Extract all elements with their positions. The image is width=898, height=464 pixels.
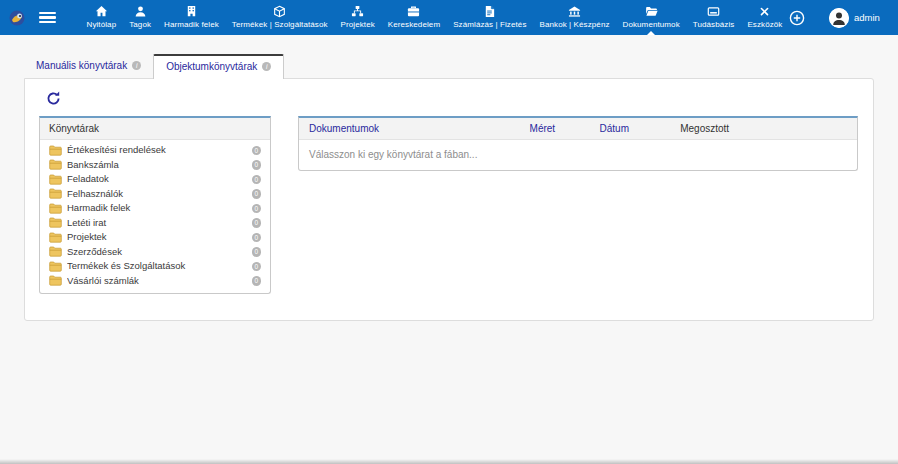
column-header-documents[interactable]: Dokumentumok <box>309 123 530 134</box>
folder-item[interactable]: Felhasználók0 <box>40 187 270 202</box>
nav-item-bank[interactable]: Bankok | Készpénz <box>533 0 616 35</box>
folder-name-label: Termékek és Szolgáltatások <box>67 260 247 273</box>
tab-bar: Manuális könyvtárak i Objektumkönyvtárak… <box>24 54 898 78</box>
folder-count-badge: 0 <box>252 189 262 199</box>
folder-icon <box>49 275 62 286</box>
info-icon: i <box>132 61 141 70</box>
nav-item-home[interactable]: Nyitólap <box>80 0 123 35</box>
folder-name-label: Harmadik felek <box>67 202 247 215</box>
nav-item-folder-open[interactable]: Dokumentumok <box>616 0 686 35</box>
app-logo-icon[interactable] <box>8 9 26 27</box>
column-header-shared: Megosztott <box>680 123 847 134</box>
user-menu[interactable]: admin <box>829 8 880 28</box>
main-menu: NyitólapTagokHarmadik felekTermékek | Sz… <box>80 0 789 35</box>
folder-name-label: Bankszámla <box>67 159 247 172</box>
folder-count-badge: 0 <box>252 247 262 257</box>
nav-item-nodes[interactable]: Projektek <box>334 0 381 35</box>
user-avatar-icon <box>829 8 849 28</box>
folder-name-label: Vásárlói számlák <box>67 275 247 288</box>
nav-item-label: Tudásbázis <box>693 20 735 29</box>
nav-item-label: Dokumentumok <box>623 20 680 29</box>
user-name-label: admin <box>854 12 880 23</box>
refresh-icon[interactable] <box>45 90 62 107</box>
folder-icon <box>49 261 62 272</box>
window-bottom-edge <box>0 459 898 464</box>
active-menu-caret <box>647 31 655 35</box>
folder-icon <box>49 246 62 257</box>
folder-item[interactable]: Vásárlói számlák0 <box>40 274 270 289</box>
folder-count-badge: 0 <box>252 276 262 286</box>
menu-toggle-icon[interactable] <box>39 12 56 24</box>
nav-item-label: Nyitólap <box>87 20 117 29</box>
nav-item-card[interactable]: Tudásbázis <box>686 0 741 35</box>
folder-count-badge: 0 <box>252 262 262 272</box>
nav-item-label: Eszközök <box>747 20 782 29</box>
quick-add-icon[interactable] <box>789 10 805 26</box>
nav-item-label: Harmadik felek <box>164 20 219 29</box>
folder-name-label: Szerződések <box>67 246 247 259</box>
folder-icon <box>49 159 62 170</box>
documents-empty-message: Válasszon ki egy könyvtárat a fában... <box>299 140 857 170</box>
user-icon <box>134 5 147 18</box>
folder-count-badge: 0 <box>252 160 262 170</box>
folder-icon <box>49 217 62 228</box>
folder-icon <box>49 232 62 243</box>
nav-item-label: Projektek <box>341 20 375 29</box>
panels-row: Könyvtárak Értékesítési rendelések0Banks… <box>39 116 858 294</box>
briefcase-icon <box>407 5 420 18</box>
folder-count-badge: 0 <box>252 146 262 156</box>
tab-content-panel: Könyvtárak Értékesítési rendelések0Banks… <box>24 78 874 321</box>
card-icon <box>707 5 720 18</box>
nav-item-briefcase[interactable]: Kereskedelem <box>381 0 446 35</box>
nav-item-label: Termékek | Szolgáltatások <box>232 20 328 29</box>
folder-count-badge: 0 <box>252 175 262 185</box>
folder-count-badge: 0 <box>252 233 262 243</box>
folder-item[interactable]: Szerződések0 <box>40 245 270 260</box>
folder-item[interactable]: Feladatok0 <box>40 172 270 187</box>
nav-item-user[interactable]: Tagok <box>123 0 158 35</box>
nodes-icon <box>351 5 364 18</box>
folder-name-label: Felhasználók <box>67 188 247 201</box>
column-header-size[interactable]: Méret <box>530 123 600 134</box>
building-icon <box>185 5 198 18</box>
nav-item-label: Tagok <box>129 20 151 29</box>
folder-name-label: Feladatok <box>67 173 247 186</box>
tab-label: Objektumkönyvtárak <box>166 61 257 72</box>
folder-icon <box>49 145 62 156</box>
directories-panel-title: Könyvtárak <box>40 118 270 140</box>
directories-panel: Könyvtárak Értékesítési rendelések0Banks… <box>39 116 271 294</box>
folder-item[interactable]: Termékek és Szolgáltatások0 <box>40 259 270 274</box>
folder-name-label: Letéti irat <box>67 217 247 230</box>
nav-item-label: Bankok | Készpénz <box>540 20 610 29</box>
column-header-date[interactable]: Dátum <box>600 123 681 134</box>
tools-icon <box>758 5 771 18</box>
cube-icon <box>273 5 286 18</box>
folder-item[interactable]: Bankszámla0 <box>40 158 270 173</box>
nav-item-invoice[interactable]: Számlázás | Fizetés <box>447 0 533 35</box>
folder-item[interactable]: Értékesítési rendelések0 <box>40 143 270 158</box>
tab-label: Manuális könyvtárak <box>36 60 127 71</box>
nav-item-label: Kereskedelem <box>388 20 440 29</box>
folder-item[interactable]: Projektek0 <box>40 230 270 245</box>
nav-item-label: Számlázás | Fizetés <box>453 20 526 29</box>
info-icon: i <box>262 62 271 71</box>
tab-manual-directories[interactable]: Manuális könyvtárak i <box>24 55 153 78</box>
documents-panel: Dokumentumok Méret Dátum Megosztott Vála… <box>298 116 858 171</box>
folder-count-badge: 0 <box>252 204 262 214</box>
folder-icon <box>49 188 62 199</box>
folder-item[interactable]: Harmadik felek0 <box>40 201 270 216</box>
nav-item-cube[interactable]: Termékek | Szolgáltatások <box>225 0 334 35</box>
invoice-icon <box>483 5 496 18</box>
home-icon <box>95 5 108 18</box>
top-navigation-bar: NyitólapTagokHarmadik felekTermékek | Sz… <box>0 0 898 35</box>
folder-name-label: Értékesítési rendelések <box>67 144 247 157</box>
folder-item[interactable]: Letéti irat0 <box>40 216 270 231</box>
folder-icon <box>49 174 62 185</box>
folder-list: Értékesítési rendelések0Bankszámla0Felad… <box>40 140 270 288</box>
folder-name-label: Projektek <box>67 231 247 244</box>
nav-item-building[interactable]: Harmadik felek <box>158 0 226 35</box>
documents-table-header: Dokumentumok Méret Dátum Megosztott <box>299 118 857 140</box>
tab-object-directories[interactable]: Objektumkönyvtárak i <box>153 54 284 79</box>
folder-open-icon <box>645 5 658 18</box>
nav-item-tools[interactable]: Eszközök <box>741 0 789 35</box>
